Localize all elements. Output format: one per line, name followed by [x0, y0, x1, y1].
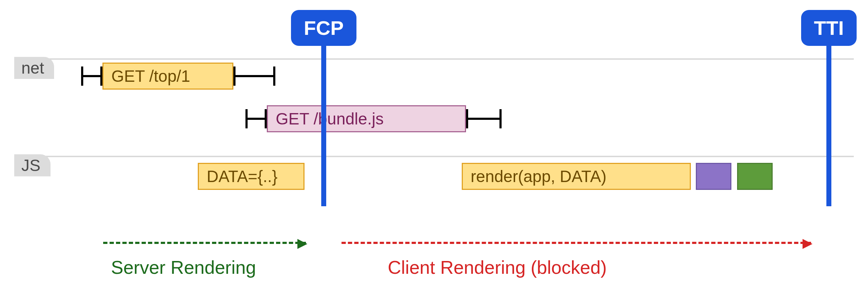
rendering-timeline-diagram: net JS GET /top/1 GET /bundle.js DATA={.… [0, 0, 868, 293]
lane-rule-net [14, 58, 854, 60]
whisker-get-top-right [233, 75, 275, 77]
fcp-badge: FCP [291, 10, 356, 46]
arrow-server-rendering [103, 242, 306, 244]
whisker-get-bundle-left [245, 118, 267, 120]
task-get-bundle: GET /bundle.js [267, 105, 466, 132]
arrow-head-icon [297, 239, 307, 249]
lane-label-net: net [14, 57, 54, 79]
task-get-top-label: GET /top/1 [111, 68, 190, 84]
caption-client-rendering: Client Rendering (blocked) [388, 257, 607, 278]
task-render-label: render(app, DATA) [471, 168, 607, 185]
lane-rule-js [14, 156, 854, 157]
tti-badge: TTI [801, 10, 857, 46]
whisker-get-top-left [81, 75, 102, 77]
arrow-client-rendering [342, 242, 811, 244]
task-data-label: DATA={..} [207, 168, 277, 185]
task-data: DATA={..} [198, 163, 305, 190]
tti-line [826, 40, 831, 206]
task-purple-block [696, 163, 731, 190]
caption-server-rendering: Server Rendering [111, 257, 256, 278]
arrow-head-icon [803, 239, 813, 249]
lane-label-js: JS [14, 154, 51, 176]
task-render: render(app, DATA) [462, 163, 691, 190]
task-get-top: GET /top/1 [102, 63, 233, 90]
whisker-get-bundle-right [466, 118, 502, 120]
task-get-bundle-label: GET /bundle.js [276, 111, 383, 127]
fcp-line [321, 40, 326, 206]
task-green-block [737, 163, 773, 190]
